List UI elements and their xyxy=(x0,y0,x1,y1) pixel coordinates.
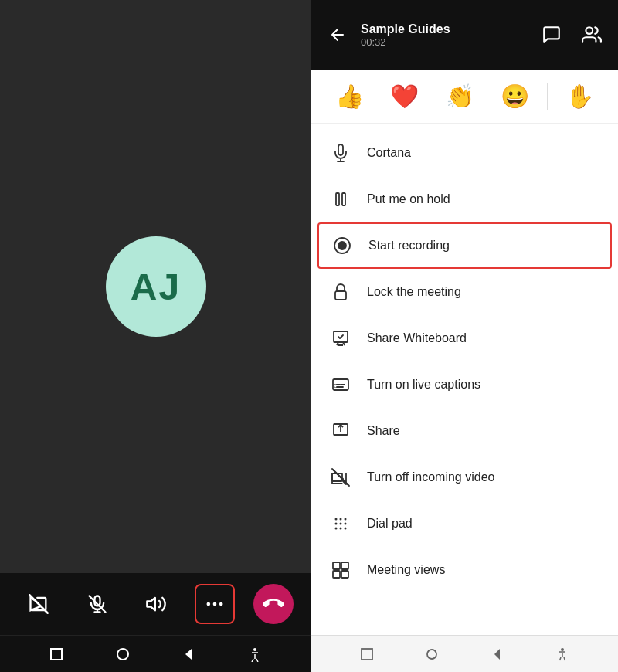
recording-label: Start recording xyxy=(368,239,450,253)
chat-icon xyxy=(542,25,562,45)
nav-back-left[interactable] xyxy=(175,640,202,668)
lock-label: Lock the meeting xyxy=(367,285,461,299)
end-call-icon xyxy=(263,593,284,615)
emoji-raisehand[interactable]: ✋ xyxy=(557,83,603,110)
nav-accessibility-left[interactable] xyxy=(241,640,269,668)
nav-circle-right[interactable] xyxy=(418,640,446,668)
video-off-label: Turn off incoming video xyxy=(367,470,494,484)
svg-rect-32 xyxy=(333,562,340,569)
svg-rect-7 xyxy=(51,649,62,660)
circle-icon-left xyxy=(115,647,131,662)
emoji-reactions-row: 👍 ❤️ 👏 😀 ✋ xyxy=(311,70,618,124)
svg-rect-11 xyxy=(336,193,339,205)
system-nav-left xyxy=(0,635,311,672)
menu-item-dialpad[interactable]: Dial pad xyxy=(311,501,618,547)
dialpad-icon xyxy=(330,513,351,535)
svg-rect-15 xyxy=(335,291,346,300)
back-button[interactable] xyxy=(324,21,351,49)
svg-point-31 xyxy=(345,528,347,530)
emoji-divider xyxy=(547,83,548,110)
menu-item-recording[interactable]: Start recording xyxy=(317,222,612,269)
share-label: Share xyxy=(367,424,400,438)
svg-point-24 xyxy=(340,518,342,521)
svg-rect-12 xyxy=(342,193,345,205)
svg-point-30 xyxy=(340,528,342,530)
menu-item-video-off[interactable]: Turn off incoming video xyxy=(311,454,618,501)
header-action-icons xyxy=(538,21,606,49)
svg-point-6 xyxy=(219,602,222,606)
emoji-grin[interactable]: 😀 xyxy=(492,83,538,110)
incoming-video-off-icon xyxy=(330,467,351,488)
menu-item-lock[interactable]: Lock the meeting xyxy=(311,269,618,315)
svg-point-27 xyxy=(340,523,342,525)
svg-point-37 xyxy=(427,650,436,659)
svg-point-29 xyxy=(335,528,338,530)
hold-label: Put me on hold xyxy=(367,192,450,206)
emoji-thumbsup[interactable]: 👍 xyxy=(327,83,372,110)
svg-point-4 xyxy=(206,602,210,606)
nav-square-right[interactable] xyxy=(353,640,381,668)
system-nav-right xyxy=(311,635,618,672)
svg-rect-34 xyxy=(333,571,340,578)
more-options-button[interactable] xyxy=(195,584,235,624)
svg-point-28 xyxy=(345,523,347,525)
svg-rect-36 xyxy=(362,649,372,660)
call-info: Sample Guides 00:32 xyxy=(361,22,528,48)
svg-point-39 xyxy=(561,648,564,651)
svg-rect-33 xyxy=(341,562,348,569)
captions-icon: CC xyxy=(330,374,351,395)
record-icon xyxy=(331,235,353,256)
menu-item-meeting-views[interactable]: Meeting views xyxy=(311,547,618,593)
svg-point-8 xyxy=(117,649,128,660)
captions-label: Turn on live captions xyxy=(367,378,480,392)
avatar-initials: AJ xyxy=(131,266,181,308)
video-off-button[interactable] xyxy=(19,584,59,624)
hold-icon xyxy=(330,188,351,210)
back-icon-left xyxy=(181,647,196,662)
menu-item-captions[interactable]: CC Turn on live captions xyxy=(311,361,618,408)
video-off-icon xyxy=(28,593,49,615)
participants-button[interactable] xyxy=(578,21,606,49)
end-call-button[interactable] xyxy=(253,584,294,624)
menu-item-hold[interactable]: Put me on hold xyxy=(311,176,618,222)
right-panel: Sample Guides 00:32 👍 ❤️ 👏 😀 ✋ xyxy=(311,0,618,672)
participants-icon xyxy=(582,25,602,45)
cortana-icon xyxy=(330,142,351,164)
accessibility-icon-right xyxy=(555,647,569,661)
menu-item-whiteboard[interactable]: Share Whiteboard xyxy=(311,315,618,361)
call-timer: 00:32 xyxy=(361,36,528,48)
avatar: AJ xyxy=(106,236,206,337)
mic-off-button[interactable] xyxy=(77,584,117,624)
more-options-icon xyxy=(204,593,226,615)
nav-accessibility-right[interactable] xyxy=(548,640,576,668)
speaker-button[interactable] xyxy=(136,584,176,624)
nav-back-right[interactable] xyxy=(484,640,511,668)
emoji-clap[interactable]: 👏 xyxy=(436,83,482,110)
meeting-views-label: Meeting views xyxy=(367,563,445,577)
emoji-heart[interactable]: ❤️ xyxy=(382,83,427,110)
square-icon-right xyxy=(360,647,374,661)
call-header: Sample Guides 00:32 xyxy=(311,0,618,70)
whiteboard-label: Share Whiteboard xyxy=(367,331,467,345)
cortana-label: Cortana xyxy=(367,146,411,160)
svg-point-5 xyxy=(212,602,216,606)
nav-square-left[interactable] xyxy=(42,640,70,668)
menu-list: Cortana Put me on hold Start recording xyxy=(311,124,618,635)
menu-item-cortana[interactable]: Cortana xyxy=(311,130,618,176)
svg-point-23 xyxy=(335,518,338,521)
circle-icon-right xyxy=(425,647,439,661)
nav-circle-left[interactable] xyxy=(109,640,137,668)
svg-point-25 xyxy=(345,518,347,521)
svg-point-14 xyxy=(338,242,346,249)
back-arrow-icon xyxy=(328,25,347,44)
svg-text:CC: CC xyxy=(334,383,341,389)
svg-marker-9 xyxy=(185,649,192,660)
speaker-icon xyxy=(145,593,167,615)
menu-item-share[interactable]: Share xyxy=(311,408,618,454)
lock-icon xyxy=(330,281,351,303)
back-icon-right xyxy=(491,647,504,661)
chat-button[interactable] xyxy=(538,21,565,49)
square-icon-left xyxy=(49,647,64,662)
video-area: AJ xyxy=(0,0,311,573)
mic-off-icon xyxy=(87,593,108,615)
